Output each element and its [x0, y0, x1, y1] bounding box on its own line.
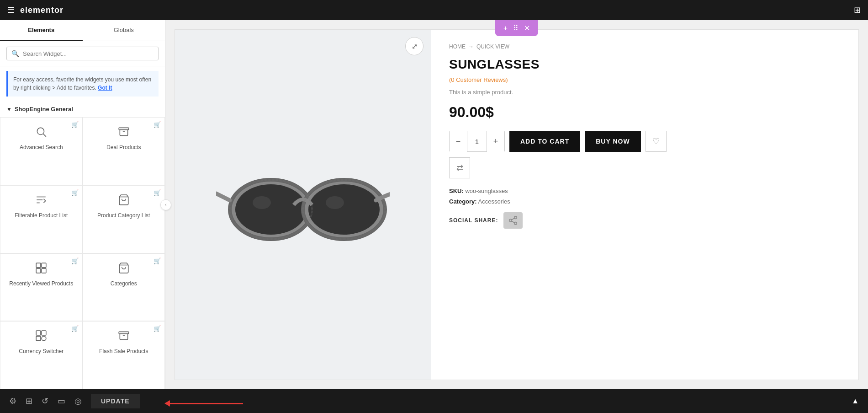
toolbar-grid-btn[interactable]: ⠿	[510, 23, 521, 33]
arrow-head	[164, 400, 170, 407]
widget-badge: 🛒	[71, 257, 79, 264]
filter-widget-icon	[35, 194, 47, 209]
section-header[interactable]: ▼ ShopEngine General	[0, 101, 165, 117]
bag2-widget-icon	[118, 262, 130, 277]
svg-point-29	[514, 222, 517, 225]
responsive-icon[interactable]: ▭	[58, 396, 65, 406]
buy-now-button[interactable]: BUY NOW	[585, 131, 640, 152]
sku-row: SKU: woo-sunglasses	[449, 188, 840, 194]
toolbar-plus-btn[interactable]: +	[501, 23, 510, 33]
widget-label: Filterable Product List	[15, 212, 68, 220]
svg-rect-11	[42, 268, 46, 273]
wishlist-button[interactable]: ♡	[646, 131, 667, 152]
svg-point-28	[509, 219, 512, 222]
svg-rect-8	[36, 263, 41, 268]
svg-rect-10	[36, 268, 41, 273]
layers-icon[interactable]: ⊞	[26, 396, 32, 406]
red-arrow-indicator	[164, 400, 243, 407]
svg-point-23	[253, 196, 271, 209]
bottom-bar: ⚙ ⊞ ↺ ▭ ◎ UPDATE ▲	[0, 389, 868, 413]
product-title: SUNGLASSES	[449, 57, 840, 72]
eye-icon[interactable]: ◎	[74, 396, 82, 406]
tip-box: For easy access, favorite the widgets yo…	[6, 71, 159, 97]
compare-button[interactable]: ⇄	[449, 157, 470, 178]
widget-badge: 🛒	[71, 189, 79, 196]
widget-deal-products[interactable]: 🛒 Deal Products	[83, 117, 165, 185]
widget-label: Flash Sale Products	[99, 348, 148, 355]
search-icon: 🔍	[11, 50, 19, 57]
search-box: 🔍	[6, 47, 159, 60]
sku-value: woo-sunglasses	[465, 188, 508, 194]
arrow-line	[170, 403, 243, 404]
svg-line-31	[512, 218, 514, 220]
category-label: Category:	[449, 198, 477, 205]
sku-label: SKU:	[449, 188, 464, 194]
search-widget-icon	[35, 126, 47, 140]
product-description: This is a simple product.	[449, 89, 840, 96]
archive2-widget-icon	[118, 330, 130, 344]
settings-icon[interactable]: ⚙	[9, 396, 16, 406]
product-image	[216, 145, 390, 264]
update-button[interactable]: UPDATE	[91, 394, 140, 408]
svg-line-1	[43, 134, 46, 137]
svg-rect-9	[42, 263, 46, 268]
svg-rect-15	[36, 336, 41, 341]
svg-rect-13	[36, 331, 41, 335]
chevron-up-button[interactable]: ▲	[852, 397, 859, 405]
quantity-increase-btn[interactable]: +	[487, 131, 504, 152]
compare-row: ⇄	[449, 157, 840, 178]
sidebar-collapse-handle[interactable]: ‹	[160, 199, 171, 210]
widget-badge: 🛒	[153, 325, 161, 332]
breadcrumb: HOME → QUICK VIEW	[449, 43, 840, 50]
canvas-area: + ⠿ ✕ ⤢	[165, 20, 868, 389]
widget-filterable-product-list[interactable]: 🛒 Filterable Product List	[0, 185, 83, 253]
toolbar-close-btn[interactable]: ✕	[521, 23, 533, 33]
svg-point-20	[235, 184, 307, 235]
tab-globals[interactable]: Globals	[83, 20, 165, 41]
product-reviews: (0 Customer Reviews)	[449, 76, 840, 83]
widget-label: Recently Viewed Products	[9, 280, 73, 288]
svg-line-30	[512, 221, 514, 223]
social-share-icon[interactable]	[503, 212, 523, 229]
breadcrumb-home[interactable]: HOME	[449, 43, 466, 50]
history-icon[interactable]: ↺	[42, 396, 48, 406]
section-title: ShopEngine General	[15, 106, 73, 113]
widget-label: Advanced Search	[20, 144, 63, 151]
widget-badge: 🛒	[71, 325, 79, 332]
gallery-widget-icon	[35, 262, 47, 277]
social-share-row: SOCIAL SHARE:	[449, 212, 840, 229]
search-input[interactable]	[23, 50, 153, 57]
product-image-area: ⤢	[175, 30, 431, 380]
category-value: Accessories	[478, 198, 510, 205]
bag-widget-icon	[118, 194, 130, 209]
svg-point-22	[308, 184, 380, 235]
quantity-control: − 1 +	[449, 131, 505, 152]
widget-recently-viewed-products[interactable]: 🛒 Recently Viewed Products	[0, 253, 83, 322]
add-to-cart-row: − 1 + ADD TO CART BUY NOW ♡	[449, 131, 840, 152]
product-details: HOME → QUICK VIEW SUNGLASSES (0 Customer…	[431, 30, 858, 380]
grid-icon[interactable]: ⊞	[854, 5, 861, 15]
category-row: Category: Accessories	[449, 198, 840, 205]
widget-categories[interactable]: 🛒 Categories	[83, 253, 165, 322]
tab-elements[interactable]: Elements	[0, 20, 83, 41]
widget-badge: 🛒	[153, 121, 161, 128]
svg-point-0	[37, 128, 44, 134]
widget-badge: 🛒	[153, 189, 161, 196]
expand-button[interactable]: ⤢	[405, 37, 423, 55]
widget-flash-sale-products[interactable]: 🛒 Flash Sale Products	[83, 321, 165, 389]
widget-currency-switcher[interactable]: 🛒 Currency Switcher	[0, 321, 83, 389]
quantity-decrease-btn[interactable]: −	[450, 131, 467, 152]
bottom-bar-left: ⚙ ⊞ ↺ ▭ ◎ UPDATE	[9, 394, 140, 408]
archive-widget-icon	[118, 126, 130, 140]
svg-rect-2	[119, 128, 129, 129]
breadcrumb-separator: →	[468, 43, 474, 50]
widget-advanced-search[interactable]: 🛒 Advanced Search	[0, 117, 83, 185]
add-to-cart-button[interactable]: ADD TO CART	[509, 131, 580, 152]
widget-product-category-list[interactable]: 🛒 Product Category List	[83, 185, 165, 253]
hamburger-icon[interactable]: ☰	[7, 5, 15, 15]
svg-rect-14	[42, 331, 46, 335]
widget-label: Product Category List	[97, 212, 150, 220]
quantity-value: 1	[467, 131, 487, 151]
got-it-link[interactable]: Got It	[98, 85, 112, 91]
svg-rect-17	[119, 332, 129, 334]
